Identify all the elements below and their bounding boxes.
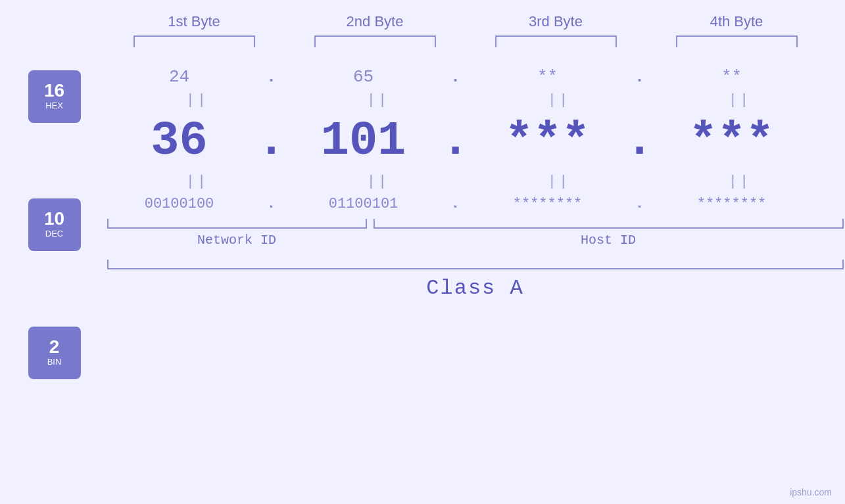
bin-dot2: . [436, 196, 475, 212]
eq2-b3: || [469, 173, 650, 190]
hex-b4: ** [660, 67, 804, 87]
bracket-gap [367, 219, 374, 229]
dec-dot2: . [436, 118, 475, 168]
bracket-byte3 [495, 35, 617, 47]
byte-headers: 1st Byte 2nd Byte 3rd Byte 4th Byte [104, 13, 827, 30]
bracket-byte1 [133, 35, 255, 47]
hex-dot3: . [620, 67, 660, 87]
data-area: 24 . 65 . ** . ** [107, 57, 844, 300]
byte4-header: 4th Byte [664, 13, 809, 30]
dec-row: 36 . 101 . *** . *** [107, 114, 831, 168]
equals-row-1: || || || || [107, 92, 831, 108]
bin-b4: ******** [660, 196, 804, 212]
bin-b3: ******** [475, 196, 620, 212]
bin-b2: 01100101 [291, 196, 436, 212]
eq1-b1: || [107, 92, 288, 108]
outer-bracket [107, 260, 844, 269]
bracket-byte4 [676, 35, 798, 47]
dec-b3: *** [475, 114, 620, 168]
watermark: ipshu.com [790, 487, 832, 497]
network-id-label: Network ID [107, 233, 367, 248]
eq1-b3: || [469, 92, 650, 108]
class-label: Class A [426, 276, 523, 300]
hex-b1: 24 [107, 67, 252, 87]
hex-num: 16 [44, 81, 64, 100]
bottom-brackets [107, 219, 844, 229]
hex-b2: 65 [291, 67, 436, 87]
dec-dot3: . [620, 118, 660, 168]
dec-badge: 10 DEC [28, 198, 81, 251]
hex-b3: ** [475, 67, 620, 87]
hex-badge: 16 HEX [28, 70, 81, 123]
hex-row: 24 . 65 . ** . ** [107, 67, 831, 87]
byte1-header: 1st Byte [122, 13, 266, 30]
network-bracket [107, 219, 367, 229]
dec-label: DEC [45, 228, 63, 240]
host-bracket [374, 219, 844, 229]
equals-row-2: || || || || [107, 173, 831, 190]
byte3-header: 3rd Byte [483, 13, 628, 30]
bin-b1: 00100100 [107, 196, 252, 212]
main-container: 1st Byte 2nd Byte 3rd Byte 4th Byte 16 H… [0, 0, 845, 504]
hex-label: HEX [45, 100, 63, 112]
bin-dot3: . [620, 196, 660, 212]
dec-b2: 101 [291, 114, 436, 168]
dec-dot1: . [252, 118, 291, 168]
dec-b4: *** [660, 114, 804, 168]
eq1-b2: || [288, 92, 469, 108]
bin-num: 2 [49, 338, 60, 356]
badges-column: 16 HEX 10 DEC 2 BIN [28, 70, 81, 379]
eq1-b4: || [650, 92, 831, 108]
bin-row: 00100100 . 01100101 . ******** . [107, 196, 831, 212]
dec-b1: 36 [107, 114, 252, 168]
eq2-b4: || [650, 173, 831, 190]
hex-dot2: . [436, 67, 475, 87]
id-labels: Network ID Host ID [107, 233, 844, 248]
bracket-byte2 [314, 35, 436, 47]
class-label-container: Class A [107, 276, 844, 300]
bin-label: BIN [47, 356, 62, 368]
dec-num: 10 [44, 210, 64, 228]
eq2-b2: || [288, 173, 469, 190]
eq2-b1: || [107, 173, 288, 190]
bin-badge: 2 BIN [28, 327, 81, 379]
hex-dot1: . [252, 67, 291, 87]
byte2-header: 2nd Byte [302, 13, 447, 30]
top-brackets [104, 35, 827, 47]
host-id-label: Host ID [374, 233, 844, 248]
bin-dot1: . [252, 196, 291, 212]
